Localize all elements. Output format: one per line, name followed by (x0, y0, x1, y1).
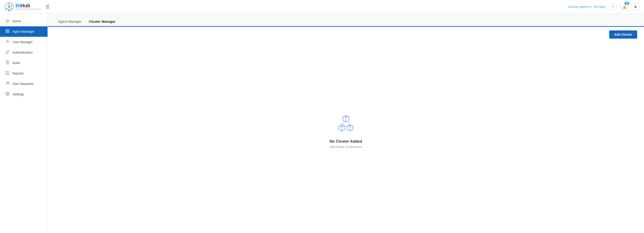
svg-line-40 (348, 122, 350, 125)
svg-rect-16 (6, 31, 7, 33)
sidebar-item-home[interactable]: Home (0, 16, 48, 26)
sidebar-label-user-manager: User Manager (12, 40, 33, 44)
sidebar-item-settings[interactable]: Settings (0, 89, 48, 99)
add-cluster-button[interactable]: Add Cluster (609, 30, 637, 39)
sidebar-label-audit: Audit (12, 61, 20, 65)
content-header: Agent Manager Cluster Manager (48, 14, 644, 27)
empty-state-icon (336, 113, 356, 135)
home-icon (5, 19, 10, 24)
sidebar-label-agent-manager: Agent Manager (12, 30, 34, 33)
no-cluster-illustration (336, 113, 356, 134)
svg-line-39 (342, 122, 344, 125)
sidebar-label-authentication: Authentication (12, 51, 33, 54)
empty-state-subtitle: Add Cluster to view them (330, 145, 362, 149)
user-avatar-button[interactable]: B (632, 3, 640, 11)
sidebar-label-home: Home (12, 19, 21, 23)
user-requests-icon (5, 81, 10, 86)
main-layout: Home Agent Manager User Manager Authenti… (0, 14, 644, 233)
content-area: Agent Manager Cluster Manager Add Cluste… (48, 14, 644, 233)
tabs-container: Agent Manager Cluster Manager (48, 14, 644, 26)
header-right: License expires in: 324 days ? 🔔 56 B (568, 3, 640, 11)
authentication-icon (5, 50, 10, 55)
sidebar-item-user-requests[interactable]: User Requests (0, 79, 48, 89)
help-icon: ? (612, 5, 614, 9)
empty-state-title: No Cluster Added (330, 139, 362, 144)
svg-rect-17 (8, 31, 9, 33)
sidebar-item-agent-manager[interactable]: Agent Manager (0, 26, 48, 37)
logo-sub: YOUR BI SEARCH ENGINE (16, 8, 41, 10)
svg-point-27 (6, 82, 8, 83)
app-header: BIHub YOUR BI SEARCH ENGINE ☰ License ex… (0, 0, 644, 14)
bell-icon: 🔔 (622, 5, 626, 9)
user-manager-icon (5, 39, 10, 44)
svg-rect-15 (8, 29, 9, 31)
tab-agent-manager[interactable]: Agent Manager (54, 19, 85, 27)
logo-icon (4, 2, 14, 11)
logo-bi: BIHub (16, 3, 41, 8)
sidebar-label-reports: Reports (12, 71, 24, 75)
sidebar-label-user-requests: User Requests (12, 82, 34, 86)
sidebar-item-authentication[interactable]: Authentication (0, 47, 48, 58)
notification-badge: 56 (624, 2, 629, 5)
reports-icon (5, 71, 10, 76)
sidebar-item-user-manager[interactable]: User Manager (0, 37, 48, 47)
license-text: License expires in: 324 days (568, 5, 605, 8)
hamburger-button[interactable]: ☰ (46, 4, 50, 9)
sidebar-label-settings: Settings (12, 92, 24, 96)
settings-icon (5, 92, 10, 97)
help-button[interactable]: ? (609, 3, 617, 11)
header-left: BIHub YOUR BI SEARCH ENGINE ☰ (4, 2, 50, 11)
content-toolbar: Add Cluster (48, 27, 644, 42)
sidebar: Home Agent Manager User Manager Authenti… (0, 14, 48, 233)
svg-rect-14 (6, 29, 7, 31)
svg-point-18 (7, 40, 8, 41)
svg-point-29 (7, 93, 8, 94)
notifications-button[interactable]: 🔔 56 (620, 3, 628, 11)
logo: BIHub YOUR BI SEARCH ENGINE (4, 2, 41, 11)
audit-icon (5, 60, 10, 65)
logo-text: BIHub YOUR BI SEARCH ENGINE (16, 3, 41, 10)
tab-cluster-manager[interactable]: Cluster Manager (85, 19, 120, 27)
sidebar-item-audit[interactable]: Audit (0, 58, 48, 68)
agent-manager-icon (5, 29, 10, 34)
svg-point-28 (8, 82, 9, 83)
sidebar-item-reports[interactable]: Reports (0, 68, 48, 79)
empty-state: No Cluster Added Add Cluster to view the… (48, 42, 644, 233)
